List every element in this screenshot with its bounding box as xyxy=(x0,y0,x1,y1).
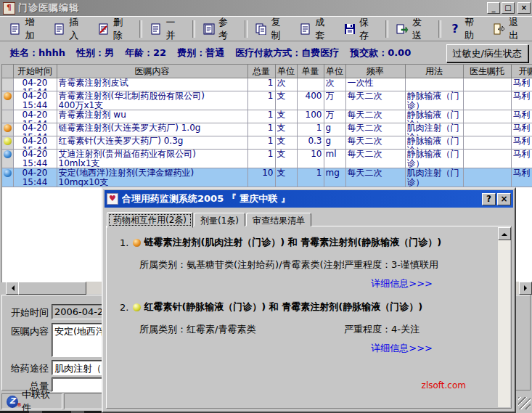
cell-start-time: 04-20 15:44 xyxy=(13,168,57,187)
start-time-label: 开始时间 xyxy=(2,304,49,319)
detail-info-link[interactable]: 详细信息>>> xyxy=(120,342,489,355)
delete-button-label: 删除 xyxy=(113,16,131,42)
col-frequency: 频率 xyxy=(345,65,405,78)
allergy-history-button[interactable]: 过敏史/病生状态 xyxy=(446,44,528,62)
category-value: 红霉素/青霉素类 xyxy=(187,324,255,335)
col-dose: 单量 xyxy=(297,65,324,78)
cell-total: 1 xyxy=(247,110,275,123)
patient-sex-value: 男 xyxy=(105,47,114,58)
help-button[interactable]: ? 帮助 xyxy=(444,13,488,45)
order-row-selected[interactable]: 04-20 15:44 安定(地西泮)注射剂(天津金耀药业) 10mgx10支 … xyxy=(2,168,532,187)
order-row[interactable]: 04-20 15:44 链霉素注射剂(大连美罗大药厂) 1.0g 1 支 1 g… xyxy=(2,123,532,136)
add-button-label: 增加 xyxy=(25,16,43,42)
save-button[interactable]: 保存 xyxy=(338,13,382,45)
insert-button-label: 插入 xyxy=(69,16,87,42)
cell-total-unit: 支 xyxy=(275,136,297,150)
warning-dot-icon xyxy=(4,137,12,145)
patient-fee-type-label: 费别： xyxy=(177,47,205,58)
dialog-heart-icon: ♥ xyxy=(107,193,118,205)
severity-dot-icon xyxy=(133,239,141,247)
dialog-close-button[interactable]: × xyxy=(497,193,511,205)
cell-route: 肌肉注射（门诊） xyxy=(405,123,463,136)
cell-start-time: 04-20 15:44 xyxy=(13,110,57,123)
cell-frequency: 每天二次 xyxy=(345,136,405,150)
status-panel-empty xyxy=(64,393,105,409)
set-button[interactable]: 成套 xyxy=(295,13,339,45)
patient-deposit-label: 预交款： xyxy=(350,47,388,58)
horizontal-scrollbar-thumb[interactable] xyxy=(18,282,86,295)
cell-start-time: 04-20 15:44 xyxy=(13,150,57,168)
scroll-left-button[interactable] xyxy=(6,282,19,295)
cell-total: 1 xyxy=(247,91,275,110)
interaction-item: 2. 红霉素针(静脉输液（门诊）) 和 青霉素注射剂(静脉输液（门诊）) 所属类… xyxy=(120,300,489,355)
cell-content: 红霉素针(大连美罗大药厂) 0.3g xyxy=(57,136,247,150)
interaction-title-row: 1. 链霉素注射剂(肌肉注射（门诊）) 和 青霉素注射剂(静脉输液（门诊）) xyxy=(120,236,489,249)
category-value: 氨基糖苷类(注射给药)/青霉素类(注射给药 xyxy=(187,259,344,270)
watermark-text: zlsoft.com xyxy=(422,380,466,390)
cell-total: 10 xyxy=(247,168,275,187)
scroll-up-button[interactable] xyxy=(498,227,511,240)
app-window: ¶ 门诊医嘱编辑 _ □ × 增加 插入 删除 一并 参考 xyxy=(0,0,532,413)
resize-grip[interactable] xyxy=(518,397,531,409)
cell-route xyxy=(405,78,463,91)
copy-icon xyxy=(255,23,267,35)
order-row[interactable]: 04-20 15:44 青霉素注射剂 wu 1 支 100 万 每天二次 静脉输… xyxy=(2,110,532,123)
cell-doctor-note xyxy=(463,136,511,150)
exit-button[interactable]: 退出 xyxy=(488,13,532,45)
cell-prescriber: 马利 xyxy=(511,136,532,150)
toolbar: 增加 插入 删除 一并 参考 复制 成套 保存 xyxy=(0,16,532,41)
cell-content: 安定(地西泮)注射剂(天津金耀药业) 10mgx10支 xyxy=(57,168,247,187)
brand-panel: Z 中联软件 xyxy=(1,393,62,409)
patient-payment-value: 自费医疗 xyxy=(301,47,339,58)
cell-dose: 1 xyxy=(297,123,324,136)
cell-total-unit: 支 xyxy=(275,123,297,136)
save-button-label: 保存 xyxy=(359,16,377,42)
interaction-title: 链霉素注射剂(肌肉注射（门诊）) 和 青霉素注射剂(静脉输液（门诊）) xyxy=(144,236,441,249)
cell-content: 青霉素注射剂皮试 xyxy=(57,78,247,91)
merge-button[interactable]: 一并 xyxy=(145,13,189,45)
send-icon xyxy=(396,23,409,35)
merge-button-label: 一并 xyxy=(165,16,184,42)
tab-review-result[interactable]: 审查结果清单 xyxy=(246,213,311,226)
col-total: 总量 xyxy=(247,65,275,78)
dialog-vertical-scrollbar[interactable] xyxy=(498,227,510,407)
add-button[interactable]: 增加 xyxy=(4,13,49,45)
order-row[interactable]: 04-20 15:44 青霉素注射剂(华北制药股份有限公司) 400万x1支 1… xyxy=(2,91,532,110)
send-button[interactable]: 发送 xyxy=(391,13,435,45)
delete-button[interactable]: 删除 xyxy=(92,13,136,45)
detail-info-link[interactable]: 详细信息>>> xyxy=(120,277,489,290)
severity-dot-icon xyxy=(133,303,141,311)
reference-button-label: 参考 xyxy=(218,16,237,42)
cell-frequency: 每天二次 xyxy=(345,150,405,168)
patient-payment: 医疗付款方式：自费医疗 xyxy=(235,46,339,60)
cell-prescriber: 马利 xyxy=(511,150,532,168)
scroll-right-icon xyxy=(524,285,530,291)
insert-button[interactable]: 插入 xyxy=(49,13,93,45)
delete-doc-icon xyxy=(97,23,109,35)
tab-dose[interactable]: 剂量(1条) xyxy=(194,213,245,226)
patient-info-bar: 姓名：hhhh 性别：男 年龄：22 费别：普通 医疗付款方式：自费医疗 预交款… xyxy=(0,41,532,64)
toolbar-separator xyxy=(385,20,388,38)
warning-dot-icon xyxy=(4,124,12,132)
order-row[interactable]: 04-20 15:44 青霉素注射剂皮试 1 次 次 一次性 马利 xyxy=(2,78,532,91)
order-row[interactable]: 04-20 15:44 艾迪注射剂(贵州益佰药业有限公司) 10mlx1支 1 … xyxy=(2,150,532,168)
reference-button[interactable]: 参考 xyxy=(198,13,242,45)
dialog-content: 1. 链霉素注射剂(肌肉注射（门诊）) 和 青霉素注射剂(静脉输液（门诊）) 所… xyxy=(106,226,512,409)
tab-drug-interaction[interactable]: 药物相互作用(2条) xyxy=(107,212,193,228)
copy-button[interactable]: 复制 xyxy=(250,13,295,45)
cell-prescriber: 马利 xyxy=(511,78,532,91)
help-button-label: 帮助 xyxy=(465,16,483,42)
scroll-right-button[interactable] xyxy=(519,282,532,295)
col-dose-unit: 单位 xyxy=(324,65,345,78)
order-row[interactable]: 04-20 15:44 红霉素针(大连美罗大药厂) 0.3g 1 支 0.3 g… xyxy=(2,136,532,150)
severity-label: 严重程度： xyxy=(344,259,391,270)
copy-button-label: 复制 xyxy=(271,16,290,42)
cell-frequency: 每天二次 xyxy=(345,91,405,110)
cell-doctor-note xyxy=(463,78,511,91)
dialog-help-button[interactable]: ? xyxy=(482,193,496,205)
cell-total-unit: 支 xyxy=(275,110,297,123)
brand-text: 中联软件 xyxy=(22,388,57,413)
item-number: 1. xyxy=(120,237,128,248)
cell-dose-unit: mg xyxy=(324,168,345,187)
orders-header-row: 开始时间 医嘱内容 总量 单位 单量 单位 频率 用法 医生嘱托 开嘱 xyxy=(2,65,532,78)
